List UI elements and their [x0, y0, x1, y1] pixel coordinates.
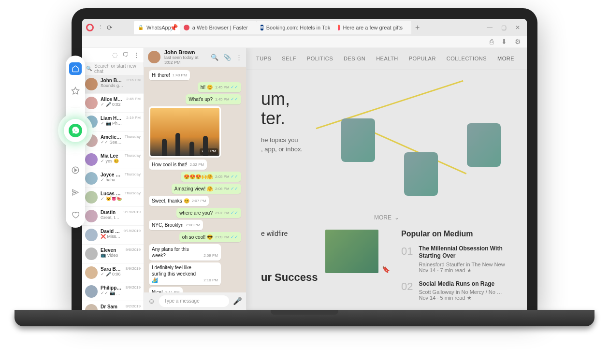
close-icon[interactable]: ✕ — [515, 24, 520, 31]
search-icon[interactable]: 🔍 — [211, 54, 218, 61]
avatar — [85, 229, 98, 241]
message-bubble[interactable]: Sweet, thanks 😊 2:07 PM — [149, 196, 209, 206]
tab-opera[interactable]: a Web Browser | Faster — [180, 21, 257, 34]
avatar — [85, 248, 98, 260]
nav-item[interactable]: POPULAR — [409, 56, 436, 61]
popular-item[interactable]: 01 The Millennial Obsession With Startin… — [401, 245, 512, 274]
chat-list-item[interactable]: Amelie Moss ✓✓ See you there! Thursday — [82, 131, 144, 150]
refresh-icon[interactable]: ⟳ — [107, 24, 113, 31]
contact-time: 8/9/2019 — [126, 266, 141, 271]
popular-rank: 01 — [401, 245, 413, 274]
message-bubble[interactable]: where are you? 2:07 PM ✓✓ — [176, 208, 241, 218]
chat-list-item[interactable]: Alice Moore ✓ 🎤 0:02 2:45 PM — [82, 94, 144, 113]
chat-list-item[interactable]: Liam Harris ✓ 📷 Photo 2:19 PM — [82, 113, 144, 131]
message-bubble[interactable]: NYC, Brooklyn 2:08 PM — [149, 220, 203, 230]
message-bubble[interactable]: Any plans for this week? 2:09 PM — [149, 244, 221, 261]
message-row: What's up? 1:45 PM ✓✓ — [149, 94, 241, 104]
tab-whatsapp[interactable]: 🔒 WhatsApp 📌 — [134, 21, 180, 34]
article-thumbnail[interactable]: 🔖 — [325, 230, 378, 273]
mic-icon[interactable]: 🎤 — [233, 297, 242, 306]
nav-item[interactable]: MORE — [497, 56, 514, 61]
titlebar-menu-icon[interactable]: ⋮ — [98, 24, 103, 30]
easy-setup-icon[interactable]: ⚙ — [515, 38, 521, 45]
download-icon[interactable]: ⬇ — [501, 38, 507, 45]
message-time: 1:40 PM — [173, 73, 187, 78]
chat-list-item[interactable]: Dustin Great, thanks! 😊 9/19/2019 — [82, 207, 144, 226]
chat-list-item[interactable]: John Brown Sounds good! 😄 3:16 PM — [82, 75, 144, 94]
nav-item[interactable]: COLLECTIONS — [447, 56, 487, 61]
message-row: Any plans for this week? 2:09 PM — [149, 244, 241, 261]
sidebar-player-icon[interactable] — [69, 164, 82, 176]
message-input[interactable]: Type a message — [159, 295, 229, 307]
minimize-icon[interactable]: — — [487, 24, 493, 31]
more-button[interactable]: MORE ⌄ — [246, 210, 527, 225]
chat-header[interactable]: John Brown last seen today at 3:02 PM 🔍 … — [144, 48, 246, 67]
nav-item[interactable]: POLITICS — [307, 56, 333, 61]
message-text: NYC, Brooklyn — [152, 222, 184, 228]
contact-time: 9/19/2019 — [123, 210, 141, 214]
contact-preview: Great, thanks! 😊 — [101, 215, 120, 220]
nav-item[interactable]: DESIGN — [344, 56, 365, 61]
bookmark-icon[interactable]: 🔖 — [382, 265, 390, 273]
message-image[interactable]: 2:01 PM — [149, 106, 221, 158]
message-bubble[interactable]: 😍😍😍🙌🤗 2:05 PM ✓✓ — [181, 172, 241, 182]
background-page: TUPSSELFPOLITICSDESIGNHEALTHPOPULARCOLLE… — [246, 48, 527, 310]
avatar — [148, 51, 160, 63]
message-row: I definitely feel like surfing this week… — [149, 262, 241, 285]
snapshot-icon[interactable]: ⎙ — [490, 38, 493, 45]
message-bubble[interactable]: Amazing view! 🤗 2:06 PM ✓✓ — [172, 184, 241, 194]
message-bubble[interactable]: I definitely feel like surfing this week… — [149, 262, 221, 285]
popular-item[interactable]: 02 Social Media Runs on Rage Scott Gallo… — [401, 280, 512, 302]
new-tab-button[interactable]: + — [411, 23, 423, 32]
svg-marker-0 — [72, 87, 79, 94]
sidebar-flow-icon[interactable] — [69, 186, 82, 199]
status-icon[interactable]: ◌ — [112, 51, 117, 58]
chat-list-item[interactable]: Eleven 📺 Video 9/8/2019 — [82, 245, 144, 263]
tab-verge[interactable]: Here are a few great gifts — [334, 21, 411, 34]
message-bubble[interactable]: hi! 😊 1:45 PM ✓✓ — [198, 82, 241, 92]
chat-list-item[interactable]: Philipp Wolff ✓✓ 📷 Photo 8/9/2019 — [82, 282, 144, 301]
message-bubble[interactable]: Nice! 2:11 PM — [149, 287, 183, 292]
svg-marker-2 — [75, 169, 77, 172]
contact-name: Lucas Sinclair — [101, 191, 122, 196]
chat-list-item[interactable]: Mia Lee ✓ yes 😊 Thursday — [82, 150, 144, 169]
chat-list-item[interactable]: David Hopper ❌ Missed voice call 9/19/20… — [82, 226, 144, 245]
avatar — [85, 266, 98, 279]
contact-time: 9/19/2019 — [123, 229, 141, 233]
chat-list-item[interactable]: Sara Berger ✓ 🎤 0:06 8/9/2019 — [82, 263, 144, 282]
message-time: 2:05 PM ✓✓ — [215, 174, 238, 180]
chat-list-item[interactable]: Dr Sam ✓ Just download it 8/2/2019 — [82, 301, 144, 310]
tab-booking[interactable]: B Booking.com: Hotels in Tok — [257, 21, 334, 34]
emoji-icon[interactable]: ☺ — [148, 297, 155, 305]
nav-item[interactable]: SELF — [282, 56, 296, 61]
chat-contact-status: last seen today at 3:02 PM — [164, 55, 207, 65]
menu-icon[interactable]: ⋮ — [133, 51, 140, 58]
contact-time: 8/2/2019 — [126, 304, 141, 308]
maximize-icon[interactable]: ▢ — [501, 24, 507, 31]
nav-item[interactable]: TUPS — [256, 56, 271, 61]
chat-list-item[interactable]: Joyce Byers ✓ haha Thursday — [82, 169, 144, 188]
sidebar-bookmarks-icon[interactable] — [69, 85, 82, 97]
chat-list-item[interactable]: Lucas Sinclair ✓ 🐱👅🍉 Thursday — [82, 188, 144, 207]
search-input[interactable]: 🔍 Search or start new chat — [82, 62, 144, 75]
sidebar-heart-icon[interactable] — [69, 208, 82, 221]
message-bubble[interactable]: What's up? 1:45 PM ✓✓ — [186, 94, 241, 104]
message-time: 1:45 PM ✓✓ — [215, 97, 238, 102]
message-bubble[interactable]: Hi there! 1:40 PM — [149, 70, 190, 80]
nav-item[interactable]: HEALTH — [376, 56, 398, 61]
popular-byline: Rainesford Stauffer in The New New — [419, 262, 512, 267]
message-row: where are you? 2:07 PM ✓✓ — [149, 208, 241, 218]
sidebar-whatsapp-icon[interactable] — [64, 119, 87, 142]
message-bubble[interactable]: oh so cool! 😎 2:09 PM ✓✓ — [179, 232, 241, 242]
pin-icon[interactable]: 📌 — [170, 24, 178, 31]
attach-icon[interactable]: 📎 — [223, 54, 231, 61]
contact-name: Joyce Byers — [101, 172, 122, 177]
chat-messages[interactable]: Hi there! 1:40 PM hi! 😊 1:45 PM ✓✓ What'… — [144, 67, 246, 292]
sidebar-home-icon[interactable] — [69, 62, 82, 75]
opera-sidebar — [66, 56, 85, 228]
message-time: 2:08 PM — [186, 223, 201, 228]
message-bubble[interactable]: How cool is that! 2:02 PM — [149, 160, 207, 170]
menu-icon[interactable]: ⋮ — [236, 54, 242, 61]
new-chat-icon[interactable]: 🗨 — [122, 51, 129, 58]
contact-preview: ✓ haha — [101, 177, 122, 182]
